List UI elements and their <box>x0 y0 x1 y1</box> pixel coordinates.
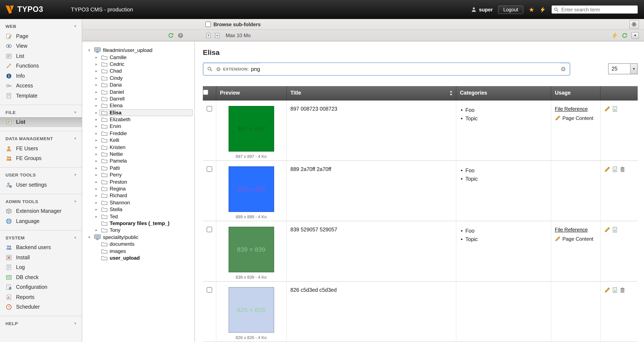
file-thumbnail[interactable]: 826 × 826 <box>228 287 274 332</box>
tree-item-kelli[interactable]: ▸Kelli <box>82 137 194 144</box>
sidebar-item-db-check[interactable]: DB check <box>0 272 82 282</box>
file-reference-link[interactable]: File Reference <box>555 227 588 232</box>
tree-item-fileadmin-user-upload[interactable]: ▾fileadmin/user_upload <box>82 47 194 54</box>
clear-cache-button[interactable] <box>540 7 546 13</box>
docheader-dropdown-button[interactable]: ▾ <box>631 32 639 39</box>
sidebar-item-log[interactable]: Log <box>0 262 82 272</box>
chevron-collapsed-icon[interactable]: ▸ <box>94 124 99 129</box>
tree-item-darrell[interactable]: ▸Darrell <box>82 95 194 102</box>
chevron-collapsed-icon[interactable]: ▸ <box>94 145 99 149</box>
file-thumbnail[interactable]: 839 × 839 <box>228 227 274 272</box>
tree-item-preston[interactable]: ▸Preston <box>82 179 194 185</box>
settings-button[interactable] <box>629 20 639 29</box>
tree-item-freddie[interactable]: ▸Freddie <box>82 130 194 137</box>
filelist-search-box[interactable]: EXTENSION: png <box>203 63 570 76</box>
chevron-collapsed-icon[interactable]: ▸ <box>94 228 99 232</box>
sidebar-item-functions[interactable]: Functions <box>0 61 82 71</box>
info-icon[interactable] <box>612 106 618 112</box>
tree-item-images[interactable]: images <box>82 248 194 255</box>
sidebar-item-template[interactable]: Template <box>0 91 82 101</box>
chevron-expanded-icon[interactable]: ▾ <box>86 48 92 52</box>
section-header-help[interactable]: HELP▾ <box>0 316 82 328</box>
tree-item-regina[interactable]: ▸Regina <box>82 185 194 192</box>
chevron-collapsed-icon[interactable]: ▸ <box>94 76 99 80</box>
tree-item-ted[interactable]: ▸Ted <box>82 213 194 220</box>
tree-item-cedric[interactable]: ▸Cedric <box>82 61 194 68</box>
chevron-expanded-icon[interactable]: ▾ <box>86 235 92 239</box>
chevron-collapsed-icon[interactable]: ▸ <box>94 194 99 198</box>
sidebar-item-sche­duler[interactable]: Scheduler <box>0 302 82 312</box>
section-header-system[interactable]: SYSTEM▾ <box>0 230 82 243</box>
bookmark-star-icon[interactable]: ★ <box>529 6 534 13</box>
edit-page-content-icon[interactable] <box>555 115 560 121</box>
chevron-collapsed-icon[interactable]: ▸ <box>94 62 99 66</box>
edit-icon[interactable] <box>604 106 610 112</box>
tree-item-kristen[interactable]: ▸Kristen <box>82 144 194 151</box>
browse-subfolders-label[interactable]: Browse sub-folders <box>214 21 261 27</box>
sidebar-item-list[interactable]: List <box>0 51 82 61</box>
tree-help-button[interactable] <box>178 33 184 38</box>
section-header-data-management[interactable]: DATA MANAGEMENT▾ <box>0 131 82 143</box>
logout-button[interactable]: Logout <box>498 5 523 14</box>
tree-item-richard[interactable]: ▸Richard <box>82 192 194 199</box>
info-icon[interactable] <box>612 287 618 293</box>
tree-item-ervin[interactable]: ▸Ervin <box>82 123 194 130</box>
sort-icon[interactable] <box>449 90 453 96</box>
sidebar-item-fe-groups[interactable]: FE Groups <box>0 153 82 163</box>
chevron-collapsed-icon[interactable]: ▸ <box>94 110 99 115</box>
tree-item-elena[interactable]: ▸Elena <box>82 102 194 109</box>
tree-item-elizabeth[interactable]: ▸Elizabeth <box>82 116 194 123</box>
chevron-collapsed-icon[interactable]: ▸ <box>94 173 99 177</box>
file-reference-link[interactable]: File Reference <box>555 106 588 112</box>
upload-file-button[interactable] <box>206 33 211 38</box>
file-thumbnail[interactable]: 897 × 897 <box>228 106 274 151</box>
tree-item-chad[interactable]: ▸Chad <box>82 68 194 75</box>
chevron-collapsed-icon[interactable]: ▸ <box>94 187 99 191</box>
delete-icon[interactable] <box>619 166 625 172</box>
section-header-file[interactable]: FILE▾ <box>0 105 82 117</box>
chevron-collapsed-icon[interactable]: ▸ <box>94 104 99 108</box>
reload-list-button[interactable] <box>622 33 628 38</box>
sidebar-item-configuration[interactable]: Configuration <box>0 282 82 292</box>
row-checkbox[interactable] <box>207 287 212 292</box>
sidebar-item-extension-manager[interactable]: Extension Manager <box>0 206 82 216</box>
tree-item-tony[interactable]: ▸Tony <box>82 227 194 234</box>
tree-item-temporary-files[interactable]: Temporary files (_temp_) <box>82 220 194 227</box>
tree-item-documents[interactable]: documents <box>82 241 194 248</box>
sidebar-item-reports[interactable]: Reports <box>0 292 82 302</box>
sidebar-item-fe-users[interactable]: FE Users <box>0 143 82 153</box>
chevron-collapsed-icon[interactable]: ▸ <box>94 55 99 59</box>
cache-button[interactable] <box>612 33 618 38</box>
column-header-title[interactable]: Title <box>286 86 456 100</box>
section-header-admin-tools[interactable]: ADMIN TOOLS▾ <box>0 194 82 206</box>
typo3-logo[interactable]: TYPO3 <box>5 5 67 14</box>
chevron-collapsed-icon[interactable]: ▸ <box>94 180 99 184</box>
tree-item-perry[interactable]: ▸Perry <box>82 172 194 179</box>
chevron-collapsed-icon[interactable]: ▸ <box>94 83 99 87</box>
remove-filter-icon[interactable] <box>216 67 221 72</box>
select-all-checkbox[interactable] <box>203 90 208 95</box>
tree-item-user-upload[interactable]: user_upload <box>82 254 194 261</box>
sidebar-item-view[interactable]: View <box>0 41 82 51</box>
tree-refresh-button[interactable] <box>168 33 174 38</box>
info-icon[interactable] <box>612 227 618 232</box>
chevron-collapsed-icon[interactable]: ▸ <box>94 97 99 101</box>
tree-item-elisa[interactable]: ▸Elisa <box>82 109 194 116</box>
clear-search-icon[interactable] <box>560 66 566 72</box>
chevron-collapsed-icon[interactable]: ▸ <box>94 131 99 135</box>
tree-item-pamela[interactable]: ▸Pamela <box>82 158 194 165</box>
tree-item-patti[interactable]: ▸Patti <box>82 164 194 172</box>
tree-item-cindy[interactable]: ▸Cindy <box>82 75 194 81</box>
chevron-collapsed-icon[interactable]: ▸ <box>94 138 99 142</box>
edit-icon[interactable] <box>604 287 610 293</box>
page-size-select[interactable]: 25 ▾ <box>608 63 638 74</box>
chevron-collapsed-icon[interactable]: ▸ <box>94 90 99 94</box>
row-checkbox[interactable] <box>207 227 212 232</box>
sidebar-item-page[interactable]: Page <box>0 31 82 41</box>
sidebar-item-access[interactable]: Access <box>0 81 82 91</box>
new-file-button[interactable] <box>214 33 220 38</box>
section-header-web[interactable]: WEB▾ <box>0 19 82 31</box>
search-input[interactable] <box>551 5 638 14</box>
tree-item-speciality-public[interactable]: ▾speciality/public <box>82 234 194 241</box>
sidebar-item-backend-users[interactable]: Backend users <box>0 243 82 252</box>
